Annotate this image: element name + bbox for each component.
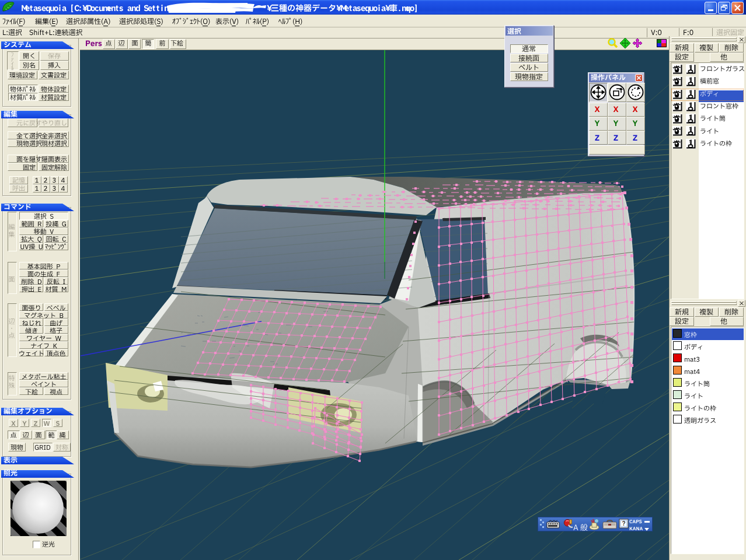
svg-text:?: ? [622,520,625,527]
